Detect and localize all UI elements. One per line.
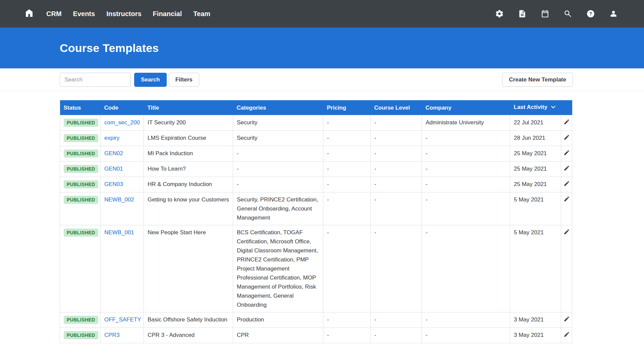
status-badge: PUBLISHED [64, 134, 98, 142]
navbar-left: CRMEventsInstructorsFinancialTeam [24, 8, 210, 19]
edit-button[interactable] [563, 228, 571, 236]
course-code-link[interactable]: NEWB_001 [104, 229, 134, 236]
column-header-categories[interactable]: Categories [233, 100, 323, 115]
course-level: - [371, 192, 422, 225]
table-row: PUBLISHED GEN02 MI Pack Induction - - - … [60, 146, 572, 162]
edit-button[interactable] [563, 195, 571, 203]
course-categories: CPR [233, 328, 323, 343]
course-pricing: - [323, 146, 371, 162]
svg-text:?: ? [589, 11, 592, 16]
course-company: - [422, 177, 510, 192]
pencil-icon [564, 183, 570, 188]
status-badge: PUBLISHED [64, 180, 98, 188]
table-row: PUBLISHED GEN01 How To Learn? - - - - 25… [60, 162, 572, 177]
pencil-icon [564, 231, 570, 236]
user-profile-icon[interactable] [609, 9, 618, 18]
page-title: Course Templates [60, 42, 159, 55]
status-badge: PUBLISHED [64, 165, 98, 173]
course-company: - [422, 131, 510, 146]
reports-document-icon[interactable] [518, 9, 527, 18]
table-row: PUBLISHED NEWB_001 New People Start Here… [60, 225, 572, 312]
course-code-link[interactable]: GEN02 [104, 150, 123, 157]
table-row: PUBLISHED NEWB_002 Getting to know your … [60, 192, 572, 225]
course-categories: - [233, 146, 323, 162]
sort-chevron-down-icon [550, 104, 556, 112]
table-header-row: Status Code Title Categories Pricing Cou… [60, 100, 572, 115]
table-body: PUBLISHED com_sec_200 IT Security 200 Se… [60, 115, 572, 343]
calendar-icon[interactable] [541, 9, 549, 18]
column-header-status[interactable]: Status [60, 100, 101, 115]
course-categories: Security, PRINCE2 Certification, General… [233, 192, 323, 225]
course-pricing: - [323, 328, 371, 343]
course-code-link[interactable]: OFF_SAFETY [104, 316, 141, 323]
course-title: New People Start Here [144, 225, 233, 312]
nav-item-events[interactable]: Events [73, 10, 95, 18]
course-level: - [371, 162, 422, 177]
course-categories: Security [233, 131, 323, 146]
nav-item-team[interactable]: Team [193, 10, 210, 18]
edit-button[interactable] [563, 149, 571, 157]
edit-button[interactable] [563, 133, 571, 141]
nav-item-instructors[interactable]: Instructors [106, 10, 141, 18]
toolbar-left: Search Filters [60, 73, 199, 87]
last-activity: 25 May 2021 [510, 146, 561, 162]
column-header-company[interactable]: Company [422, 100, 510, 115]
course-pricing: - [323, 177, 371, 192]
edit-button[interactable] [563, 315, 571, 323]
course-level: - [371, 115, 422, 131]
course-title: HR & Company Induction [144, 177, 233, 192]
course-templates-table: Status Code Title Categories Pricing Cou… [60, 100, 572, 343]
edit-button[interactable] [563, 180, 571, 187]
column-header-course-level[interactable]: Course Level [371, 100, 422, 115]
course-code-link[interactable]: GEN01 [104, 166, 123, 172]
column-header-code[interactable]: Code [101, 100, 144, 115]
course-code-link[interactable]: NEWB_002 [104, 196, 134, 203]
table-row: PUBLISHED CPR3 CPR 3 - Advanced CPR - - … [60, 328, 572, 343]
course-code-link[interactable]: GEN03 [104, 181, 123, 187]
course-title: Getting to know your Customers [144, 192, 233, 225]
course-code-link[interactable]: expiry [104, 135, 119, 141]
course-company: - [422, 146, 510, 162]
nav-item-financial[interactable]: Financial [153, 10, 182, 18]
page-header-band: Course Templates [0, 27, 644, 68]
status-badge: PUBLISHED [64, 149, 98, 158]
table-row: PUBLISHED com_sec_200 IT Security 200 Se… [60, 115, 572, 131]
course-code-link[interactable]: CPR3 [104, 332, 119, 338]
status-badge: PUBLISHED [64, 316, 98, 324]
course-level: - [371, 131, 422, 146]
last-activity: 5 May 2021 [510, 192, 561, 225]
course-categories: - [233, 162, 323, 177]
edit-button[interactable] [563, 164, 571, 172]
last-activity: 3 May 2021 [510, 328, 561, 343]
course-pricing: - [323, 115, 371, 131]
course-level: - [371, 312, 422, 328]
settings-gear-icon[interactable] [495, 9, 504, 18]
status-badge: PUBLISHED [64, 331, 98, 339]
column-header-actions [561, 100, 572, 115]
pencil-icon [564, 121, 570, 126]
course-company: - [422, 225, 510, 312]
nav-item-crm[interactable]: CRM [46, 10, 62, 18]
home-icon [24, 8, 34, 19]
course-level: - [371, 328, 422, 343]
filters-button[interactable]: Filters [169, 73, 199, 87]
edit-button[interactable] [563, 118, 571, 126]
course-code-link[interactable]: com_sec_200 [104, 119, 140, 126]
course-categories: BCS Certification, TOGAF Certification, … [233, 225, 323, 312]
course-level: - [371, 177, 422, 192]
column-header-title[interactable]: Title [144, 100, 233, 115]
course-pricing: - [323, 225, 371, 312]
create-new-template-button[interactable]: Create New Template [502, 73, 573, 87]
column-header-pricing[interactable]: Pricing [323, 100, 371, 115]
search-button[interactable]: Search [134, 73, 167, 87]
search-icon[interactable] [564, 9, 572, 18]
column-header-last-activity[interactable]: Last Activity [510, 100, 561, 115]
navbar-right: ? [495, 9, 618, 18]
search-input[interactable] [60, 73, 131, 87]
edit-button[interactable] [563, 330, 571, 338]
pencil-icon [564, 334, 570, 339]
status-badge: PUBLISHED [64, 196, 98, 204]
help-icon[interactable]: ? [586, 9, 595, 18]
table-row: PUBLISHED expiry LMS Expiration Course S… [60, 131, 572, 146]
home-button[interactable] [24, 8, 34, 19]
